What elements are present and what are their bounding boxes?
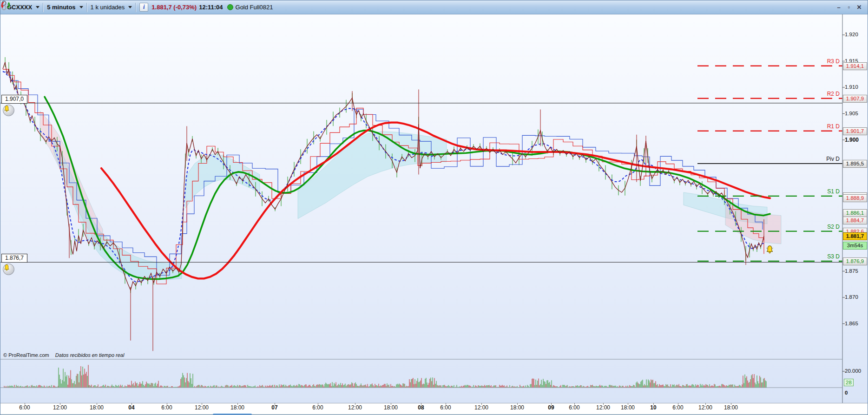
time-axis-tick xyxy=(603,403,604,405)
price-tick-label: 1.920 xyxy=(845,32,858,37)
volume-max-label: 20.000 xyxy=(845,368,861,374)
units-dropdown[interactable]: 1 k unidades xyxy=(91,4,132,11)
time-axis-label: 18:00 xyxy=(230,404,244,411)
price-tick-label: 1.900 xyxy=(845,137,859,143)
alarm-price-label: 1.907,0 xyxy=(1,95,27,104)
pivot-label: R1 D xyxy=(812,123,840,130)
chevron-down-icon xyxy=(36,6,39,8)
volume-last-value-badge: 28 xyxy=(844,379,854,386)
info-icon[interactable]: i xyxy=(139,3,148,12)
time-axis-label: 07 xyxy=(271,404,277,411)
title-bar: GCXXXX 5 minutos 1 k unidades i 1.881,7 … xyxy=(0,0,868,14)
level-price-badge: 1.895,5 xyxy=(843,160,867,168)
pivot-label: Piv D xyxy=(812,156,840,162)
toolbar-separator xyxy=(135,3,136,12)
price-tick-label: 1.905 xyxy=(845,111,858,116)
time-axis-label: 10 xyxy=(650,404,656,411)
toolbar-separator xyxy=(86,3,87,12)
bar-countdown-badge: 3m54s xyxy=(843,242,867,250)
level-price-badge: 1.888,9 xyxy=(843,194,867,202)
chart-window: GCXXXX 5 minutos 1 k unidades i 1.881,7 … xyxy=(0,0,868,415)
time-axis-label: 6:00 xyxy=(161,404,172,411)
time-axis-label: 12:00 xyxy=(53,404,67,411)
time-axis-label: 18:00 xyxy=(510,404,524,411)
time-axis-tick xyxy=(237,403,238,405)
time-axis-tick xyxy=(517,403,518,405)
time-axis-label: 12:00 xyxy=(596,404,610,411)
time-axis-tick xyxy=(97,403,97,405)
time-axis-label: 12:00 xyxy=(348,404,362,411)
time-axis-label: 6:00 xyxy=(672,404,683,411)
volume-zero-label: 0 xyxy=(845,390,848,395)
copyright-text: © ProRealTime.com xyxy=(3,352,49,358)
realtime-status-icon xyxy=(227,4,233,10)
maximize-button[interactable]: ▫ xyxy=(845,4,853,11)
timeframe-dropdown[interactable]: 5 minutos xyxy=(47,4,83,11)
time-axis-tick xyxy=(551,403,552,405)
pivot-label: R3 D xyxy=(812,58,840,65)
quote-time: 12:11:04 xyxy=(199,4,223,11)
time-axis-tick xyxy=(653,403,654,405)
time-axis-tick xyxy=(202,403,202,405)
time-axis-tick xyxy=(481,403,482,405)
pivot-label: S1 D xyxy=(812,188,840,195)
time-axis-tick xyxy=(132,403,132,405)
price-tick-label: 1.875 xyxy=(845,268,858,274)
feed-status-text: Datos recibidos en tiempo real xyxy=(55,352,125,358)
time-axis-label: 04 xyxy=(128,404,134,411)
chevron-down-icon xyxy=(128,6,132,8)
time-axis-tick xyxy=(574,403,575,405)
pivot-label: S3 D xyxy=(812,253,840,260)
time-axis-label: 09 xyxy=(548,404,554,411)
last-price-and-change: 1.881,7 (-0,73%) xyxy=(151,4,197,11)
price-tick-label: 1.910 xyxy=(845,84,858,90)
time-axis-tick xyxy=(446,403,446,405)
alarm-bell-icon xyxy=(3,105,10,112)
time-axis-tick xyxy=(318,403,318,405)
time-axis-tick xyxy=(391,403,391,405)
time-axis-tick xyxy=(275,403,275,405)
toolbar-separator xyxy=(43,3,44,12)
minimize-button[interactable]: – xyxy=(835,4,842,11)
units-label: 1 k unidades xyxy=(91,4,125,11)
time-axis-label: 18:00 xyxy=(90,404,104,411)
time-axis-tick xyxy=(167,403,167,405)
timeframe-label: 5 minutos xyxy=(47,4,75,11)
time-axis-label: 12:00 xyxy=(698,404,712,411)
time-axis-label: 6:00 xyxy=(569,404,579,411)
instrument-name: Gold Full0821 xyxy=(236,4,273,11)
symbol-dropdown[interactable]: GCXXXX xyxy=(7,4,39,11)
time-axis-label: 08 xyxy=(418,404,424,411)
last-price-badge: 1.881,7 xyxy=(843,232,867,240)
time-axis-label: 18:00 xyxy=(621,404,635,411)
time-axis-tick xyxy=(628,403,628,405)
time-axis-tick xyxy=(355,403,355,405)
alarm-price-label: 1.876,7 xyxy=(1,254,27,263)
level-price-badge: 1.914,1 xyxy=(843,62,867,70)
chevron-down-icon xyxy=(79,6,83,8)
time-axis-tick xyxy=(421,403,421,405)
time-axis-tick xyxy=(731,403,731,405)
time-axis-label: 6:00 xyxy=(19,404,30,411)
time-axis-tick xyxy=(705,403,706,405)
level-price-badge: 1.886,1 xyxy=(843,209,867,217)
time-axis-tick xyxy=(678,403,678,405)
alarm-bell-icon xyxy=(3,264,10,271)
pivot-label: R2 D xyxy=(812,91,840,97)
time-axis-label: 6:00 xyxy=(312,404,323,411)
level-price-badge: 1.884,7 xyxy=(843,217,867,224)
price-tick-label: 1.865 xyxy=(845,321,858,326)
close-button[interactable]: ✕ xyxy=(855,4,863,11)
alarm-bell-button[interactable] xyxy=(3,105,14,116)
level-price-badge: 1.907,9 xyxy=(843,95,867,103)
symbol-label: GCXXXX xyxy=(7,4,32,11)
time-axis-label: 18:00 xyxy=(384,404,398,411)
time-axis-label: 6:00 xyxy=(440,404,451,411)
pivot-label: S2 D xyxy=(812,224,840,230)
level-price-badge: 1.876,9 xyxy=(843,257,867,265)
price-tick-label: 1.870 xyxy=(845,294,858,300)
time-axis-tick xyxy=(60,403,60,405)
time-axis-label: 12:00 xyxy=(474,404,488,411)
chart-canvas[interactable] xyxy=(0,14,868,403)
level-price-badge: 1.901,7 xyxy=(843,127,867,135)
